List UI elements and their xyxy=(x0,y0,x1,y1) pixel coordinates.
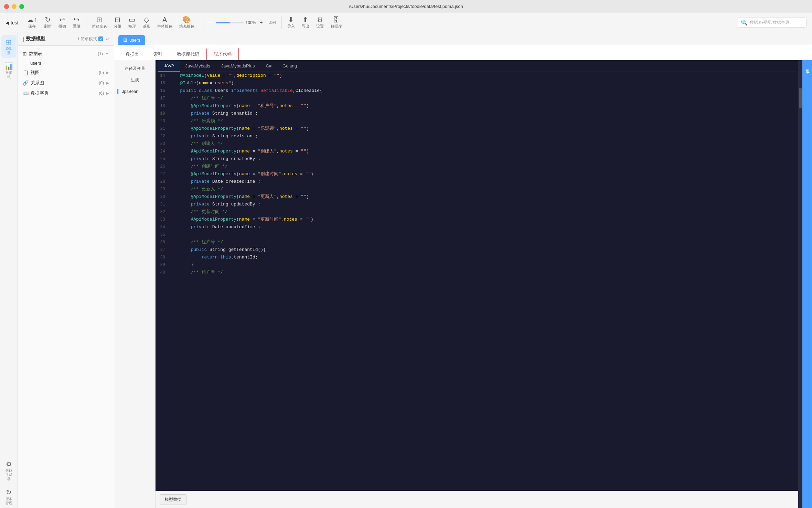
tree-item-tables[interactable]: ⊞ 数据表 (1) ▼ xyxy=(18,49,114,59)
content-area: ⊞ users 数据表 索引 数据库代码 程序代码 路径及变量 生成 ▌ Jpa… xyxy=(114,32,812,508)
import-label: 导入 xyxy=(287,24,295,29)
tree-item-views[interactable]: 📋 视图 (0) ▶ xyxy=(18,67,114,78)
undo-button[interactable]: ↩ 撤销 xyxy=(56,15,69,30)
code-line-19: 19 private String tenantId ; xyxy=(156,110,798,117)
sub-tab-datatable[interactable]: 数据表 xyxy=(118,48,146,60)
toolbar: ◀ test ☁↑ 保存 ↻ 刷新 ↩ 撤销 ↪ 重做 ⊞ 新建空表 ⊟ 分组 … xyxy=(0,13,812,32)
code-editor[interactable]: 14 @ApiModel(value = "",description = ""… xyxy=(156,72,798,491)
tab-bar: ⊞ users xyxy=(114,32,812,45)
version-icon: ↻ xyxy=(6,488,12,496)
save-label: 保存 xyxy=(28,24,36,29)
tree-item-relations[interactable]: 🔗 关系图 (0) ▶ xyxy=(18,78,114,88)
code-line-16: 16 public class Users implements Seriali… xyxy=(156,87,798,95)
sidebar-item-version[interactable]: ↻ 版本管理 xyxy=(1,485,17,508)
collapse-icon[interactable]: « xyxy=(106,36,109,42)
export-button[interactable]: ⬆ 导出 xyxy=(299,15,312,30)
left-panel: 数据模型 ℹ 简单模式 « ⊞ 数据表 (1) ▼ users xyxy=(18,32,114,508)
simple-mode-checkbox[interactable] xyxy=(98,36,103,41)
save-icon: ☁↑ xyxy=(27,16,37,23)
codegen-label: 代码生成器 xyxy=(6,469,12,481)
model-icon: ⊞ xyxy=(6,38,12,46)
lang-tab-csharp[interactable]: C# xyxy=(260,61,277,71)
tree-dictionary-label: 数据字典 xyxy=(31,90,97,96)
font-color-button[interactable]: A 字体颜色 xyxy=(154,15,175,30)
tree-relations-label: 关系图 xyxy=(31,80,97,86)
left-panel-actions: ℹ 简单模式 « xyxy=(77,36,109,42)
refresh-button[interactable]: ↻ 刷新 xyxy=(41,15,54,30)
sidebar-item-model[interactable]: ⊞ 模型型 xyxy=(1,35,17,58)
save-button[interactable]: ☁↑ 保存 xyxy=(24,15,40,30)
code-line-18: 18 @ApiModelProperty(name = "租户号",notes … xyxy=(156,102,798,110)
lang-tab-java[interactable]: JAVA xyxy=(158,60,180,72)
lang-tab-golang[interactable]: Golang xyxy=(277,61,302,71)
field-library-label[interactable]: 字段库 xyxy=(803,63,812,68)
jpaban-item[interactable]: ▌ JpaBean xyxy=(114,87,155,96)
simple-mode-toggle[interactable]: ℹ 简单模式 xyxy=(77,36,103,42)
tree-item-dictionary[interactable]: 📖 数据字典 (6) ▶ xyxy=(18,88,114,98)
diamond-label: 菱形 xyxy=(143,24,150,29)
database-button[interactable]: 🗄 数据库 xyxy=(328,15,345,30)
sub-tab-programcode[interactable]: 程序代码 xyxy=(206,48,239,60)
scale-bar-fill xyxy=(216,22,230,23)
code-editor-wrapper: JAVA JavaMybatis JavaMybatisPlus C# Gola… xyxy=(156,60,798,508)
views-tree-icon: 📋 xyxy=(23,70,29,75)
lang-tabs: JAVA JavaMybatis JavaMybatisPlus C# Gola… xyxy=(156,60,798,72)
back-button[interactable]: ◀ test xyxy=(6,20,19,25)
jpaban-label: JpaBean xyxy=(122,89,138,94)
new-table-label: 新建空表 xyxy=(92,24,107,29)
sidebar-item-codegen[interactable]: ⚙ 代码生成器 xyxy=(1,457,17,484)
refresh-icon: ↻ xyxy=(45,16,51,23)
code-container: 路径及变量 生成 ▌ JpaBean JAVA JavaMybatis Java… xyxy=(114,60,812,508)
code-line-29: 29 /** 更新人 */ xyxy=(156,186,798,193)
fill-color-button[interactable]: 🎨 填充颜色 xyxy=(177,15,197,30)
users-label: users xyxy=(30,61,41,66)
left-panel-header: 数据模型 ℹ 简单模式 « xyxy=(18,32,114,46)
import-button[interactable]: ⬇ 导入 xyxy=(285,15,298,30)
close-button[interactable] xyxy=(4,4,9,9)
rect-label: 矩形 xyxy=(128,24,136,29)
new-table-button[interactable]: ⊞ 新建空表 xyxy=(89,15,110,30)
search-placeholder: 数据表/视图/数据字典 xyxy=(750,20,789,25)
info-icon: ℹ xyxy=(77,36,79,41)
scale-minus-button[interactable]: — xyxy=(206,19,214,27)
code-line-27: 27 @ApiModelProperty(name = "创建时间",notes… xyxy=(156,170,798,178)
tab-table-icon: ⊞ xyxy=(123,37,127,43)
font-color-label: 字体颜色 xyxy=(157,24,172,29)
scrollbar[interactable] xyxy=(798,60,802,508)
code-line-20: 20 /** 乐观锁 */ xyxy=(156,117,798,125)
bottom-panel: 模型数据 xyxy=(156,491,798,508)
code-line-23: 23 /** 创建人 */ xyxy=(156,140,798,148)
back-arrow-icon: ◀ xyxy=(6,20,9,25)
jpaban-indicator: ▌ xyxy=(117,89,120,94)
model-data-button[interactable]: 模型数据 xyxy=(160,494,186,505)
scale-bar[interactable] xyxy=(216,22,244,23)
sidebar-item-datazone[interactable]: 📊 数据域 xyxy=(1,59,17,82)
split-button[interactable]: ⊟ 分组 xyxy=(111,15,124,30)
scale-value: 100% xyxy=(246,20,256,25)
minimize-button[interactable] xyxy=(12,4,17,9)
path-variables-button[interactable]: 路径及变量 xyxy=(114,63,155,74)
settings-icon: ⚙ xyxy=(317,16,323,23)
rect-button[interactable]: ▭ 矩形 xyxy=(126,15,139,30)
table-tree-icon: ⊞ xyxy=(23,51,27,56)
diamond-button[interactable]: ◇ 菱形 xyxy=(140,15,153,30)
lang-tab-mybatisplus[interactable]: JavaMybatisPlus xyxy=(216,61,260,71)
code-line-25: 25 private String createdBy ; xyxy=(156,155,798,163)
tree-child-users[interactable]: users xyxy=(18,59,114,67)
sub-tab-index[interactable]: 索引 xyxy=(146,48,170,60)
scale-plus-button[interactable]: + xyxy=(258,19,264,27)
tab-users[interactable]: ⊞ users xyxy=(118,35,145,45)
redo-button[interactable]: ↪ 重做 xyxy=(70,15,83,30)
search-box[interactable]: 🔍 数据表/视图/数据字典 xyxy=(738,18,806,28)
sub-tab-dbcode[interactable]: 数据库代码 xyxy=(170,48,206,60)
lang-tab-mybatis[interactable]: JavaMybatis xyxy=(180,61,216,71)
window-title: /Users/hu/Documents/Projects/foodie/data… xyxy=(349,4,463,9)
generate-button[interactable]: 生成 xyxy=(114,74,155,86)
settings-button[interactable]: ⚙ 设置 xyxy=(313,15,327,30)
maximize-button[interactable] xyxy=(19,4,24,9)
code-line-40: 40 /** 租户号 */ xyxy=(156,269,798,276)
scrollbar-thumb[interactable] xyxy=(799,88,802,108)
code-line-31: 31 private String updatedBy ; xyxy=(156,201,798,208)
redo-icon: ↪ xyxy=(74,16,79,23)
title-bar: /Users/hu/Documents/Projects/foodie/data… xyxy=(0,0,812,13)
